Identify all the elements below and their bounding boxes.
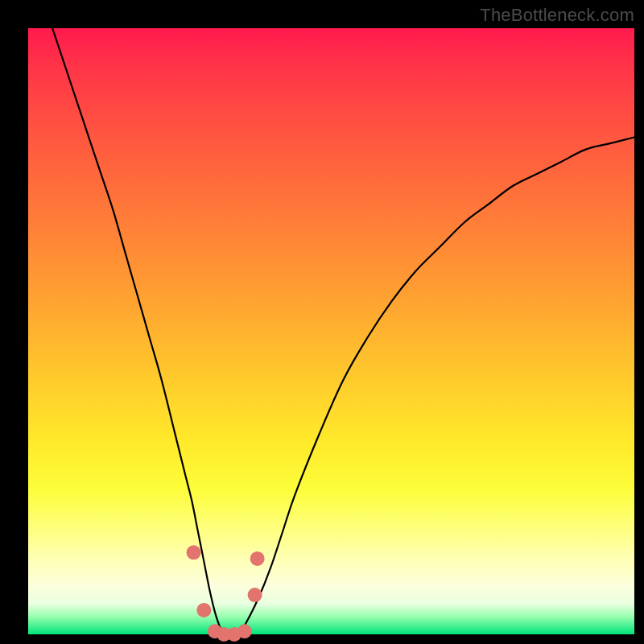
highlight-marker — [250, 551, 265, 566]
watermark-text: TheBottleneck.com — [480, 5, 634, 26]
highlight-marker — [248, 588, 262, 602]
chart-frame: TheBottleneck.com — [0, 0, 644, 644]
plot-area — [28, 28, 634, 634]
highlight-marker — [196, 603, 211, 617]
highlight-marker — [187, 545, 201, 559]
curve-layer — [28, 28, 634, 634]
bottleneck-curve — [52, 28, 634, 635]
marker-group — [187, 545, 265, 642]
highlight-marker — [237, 624, 252, 638]
